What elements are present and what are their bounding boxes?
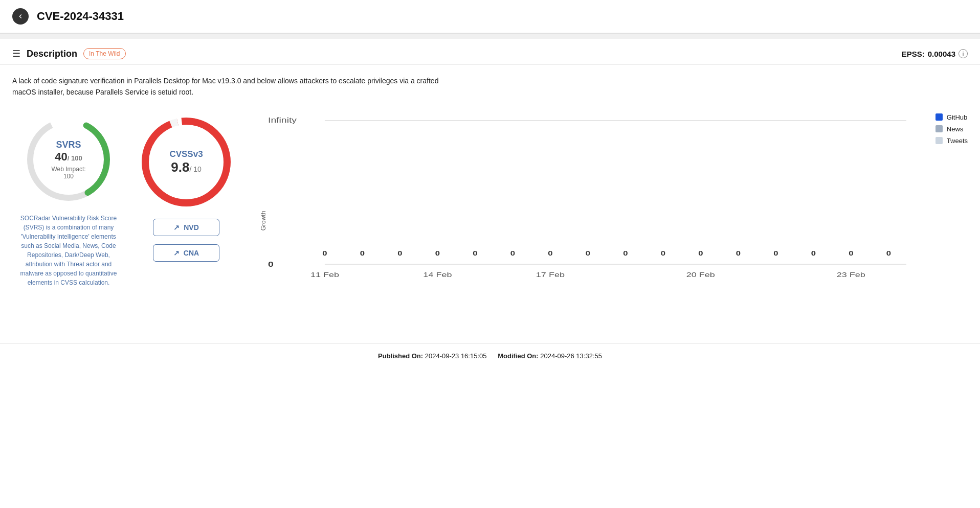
svrs-gauge: SVRS 40/ 100 Web Impact: 100 — [23, 113, 115, 205]
main-content-area: SVRS 40/ 100 Web Impact: 100 SOCRadar Vu… — [0, 108, 980, 338]
cvss-title: CVSSv3 — [169, 149, 203, 159]
cvss-value: 9.8 — [171, 159, 189, 174]
legend-tweets: Tweets — [936, 137, 968, 145]
legend-github: GitHub — [936, 113, 968, 121]
chart-legend: GitHub News Tweets — [936, 113, 968, 145]
svg-text:0: 0 — [886, 250, 891, 257]
svg-text:0: 0 — [397, 250, 402, 257]
svg-text:23 Feb: 23 Feb — [837, 271, 865, 278]
modified-label: Modified On: — [498, 352, 538, 360]
epss-value: 0.00043 — [928, 50, 955, 58]
svg-text:0: 0 — [268, 260, 274, 268]
page-header: CVE-2024-34331 — [0, 0, 980, 34]
svrs-description: SOCRadar Vulnerability Risk Score (SVRS)… — [17, 214, 120, 287]
desc-left-group: ☰ Description In The Wild — [12, 48, 126, 59]
chart-svg: Infinity 0 0 0 0 0 0 0 0 0 0 0 0 0 — [268, 113, 906, 297]
nvd-label: NVD — [184, 223, 199, 232]
legend-news: News — [936, 125, 968, 133]
published-label: Published On: — [378, 352, 423, 360]
chart-section: GitHub News Tweets Growth Infinity — [248, 113, 968, 328]
svg-text:0: 0 — [661, 250, 665, 257]
svg-text:0: 0 — [510, 250, 515, 257]
svg-text:0: 0 — [360, 250, 365, 257]
svg-text:0: 0 — [623, 250, 628, 257]
svg-text:0: 0 — [698, 250, 703, 257]
svrs-web-impact: Web Impact: 100 — [46, 165, 92, 179]
page-title: CVE-2024-34331 — [37, 10, 124, 23]
legend-github-label: GitHub — [947, 113, 967, 121]
svg-text:0: 0 — [811, 250, 816, 257]
svg-text:0: 0 — [849, 250, 853, 257]
svg-text:17 Feb: 17 Feb — [536, 271, 565, 278]
cvss-denom: / 10 — [189, 165, 201, 173]
svg-text:0: 0 — [435, 250, 440, 257]
top-bar-divider — [0, 34, 980, 39]
svrs-denom: / 100 — [68, 154, 82, 161]
cve-description-text: A lack of code signature verification in… — [0, 65, 460, 108]
svg-text:0: 0 — [773, 250, 778, 257]
svg-text:0: 0 — [322, 250, 327, 257]
svrs-gauge-label: SVRS 40/ 100 Web Impact: 100 — [46, 139, 92, 179]
svg-text:0: 0 — [548, 250, 552, 257]
legend-news-label: News — [947, 125, 964, 133]
cna-button[interactable]: ↗ CNA — [153, 244, 219, 262]
svg-text:20 Feb: 20 Feb — [686, 271, 715, 278]
svg-text:Infinity: Infinity — [268, 116, 297, 124]
nvd-button[interactable]: ↗ NVD — [153, 219, 219, 236]
legend-github-box — [936, 113, 943, 121]
epss-text-label: EPSS: — [902, 50, 925, 58]
cna-external-icon: ↗ — [173, 249, 180, 257]
svg-text:14 Feb: 14 Feb — [423, 271, 452, 278]
cvss-section: CVSSv3 9.8/ 10 ↗ NVD ↗ CNA — [135, 113, 237, 262]
back-button[interactable] — [12, 8, 29, 25]
cvss-gauge-label: CVSSv3 9.8/ 10 — [169, 149, 203, 175]
back-arrow-icon — [16, 12, 25, 20]
svg-text:0: 0 — [736, 250, 741, 257]
description-section-header: ☰ Description In The Wild EPSS: 0.00043 … — [0, 39, 980, 65]
legend-tweets-label: Tweets — [947, 137, 968, 145]
epss-info-icon[interactable]: i — [959, 49, 968, 58]
description-label: Description — [27, 49, 77, 59]
svg-text:0: 0 — [473, 250, 477, 257]
nvd-external-icon: ↗ — [173, 223, 180, 232]
footer-dates: Published On: 2024-09-23 16:15:05 Modifi… — [0, 343, 980, 368]
svrs-section: SVRS 40/ 100 Web Impact: 100 SOCRadar Vu… — [12, 113, 125, 287]
chart-y-label: Growth — [260, 211, 267, 230]
legend-tweets-box — [936, 137, 943, 144]
in-the-wild-badge: In The Wild — [83, 48, 125, 59]
cvss-value-group: 9.8/ 10 — [169, 159, 203, 175]
modified-value: 2024-09-26 13:32:55 — [540, 352, 602, 360]
published-value: 2024-09-23 16:15:05 — [425, 352, 487, 360]
description-icon: ☰ — [12, 48, 20, 59]
legend-news-box — [936, 125, 943, 132]
svg-text:0: 0 — [586, 250, 590, 257]
cvss-gauge: CVSSv3 9.8/ 10 — [138, 113, 235, 211]
svrs-value: 40/ 100 — [46, 150, 92, 163]
cna-label: CNA — [184, 249, 199, 257]
svg-text:11 Feb: 11 Feb — [310, 271, 339, 278]
epss-section: EPSS: 0.00043 i — [902, 49, 968, 58]
svrs-title: SVRS — [46, 139, 92, 150]
